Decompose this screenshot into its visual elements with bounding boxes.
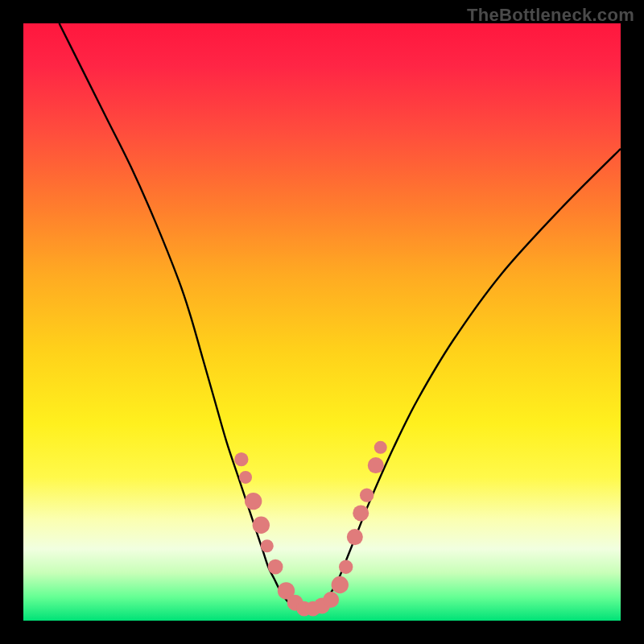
highlight-marker xyxy=(253,517,270,534)
highlight-marker xyxy=(347,529,363,545)
chart-stage: TheBottleneck.com xyxy=(0,0,644,644)
highlight-marker xyxy=(323,592,339,608)
highlight-marker xyxy=(245,493,262,510)
gradient-background xyxy=(23,23,621,621)
highlight-marker xyxy=(353,505,369,521)
bottleneck-chart-svg xyxy=(23,23,621,621)
plot-area xyxy=(23,23,621,621)
highlight-marker xyxy=(261,539,274,552)
highlight-marker xyxy=(239,471,252,484)
highlight-marker xyxy=(368,457,384,473)
highlight-marker xyxy=(234,452,248,466)
highlight-marker xyxy=(332,576,349,593)
highlight-marker xyxy=(339,560,353,574)
highlight-marker xyxy=(374,441,387,454)
highlight-marker xyxy=(360,488,374,502)
highlight-marker xyxy=(268,559,283,575)
watermark-text: TheBottleneck.com xyxy=(467,5,634,26)
